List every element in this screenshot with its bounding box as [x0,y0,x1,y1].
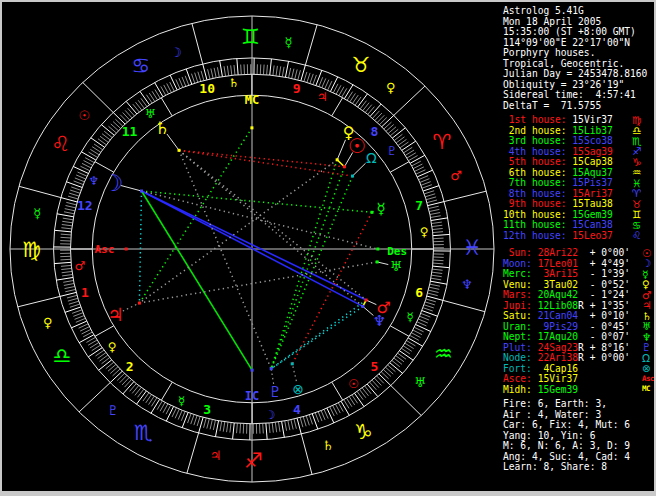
degree-tick [62,221,72,223]
degree-tick [237,423,238,433]
wheel-sign-aquarius-icon: ♒ [434,342,453,366]
degree-tick [68,298,78,301]
degree-tick [428,293,438,296]
degree-tick [136,391,146,404]
sign-boundary [305,25,317,65]
degree-tick [76,175,86,179]
degree-tick [420,316,430,320]
degree-tick [330,77,337,92]
planet-table: Sun: 28Ari22 + 0°00'☉Moon: 17Leo01 + 4°4… [503,248,656,395]
degree-tick [240,423,241,433]
wheel-sign-taurus-icon: ♉ [351,53,370,77]
sign-11-icon: ♌ [632,229,641,241]
degree-tick [423,186,439,191]
wheel-sign-aries-ruler-icon: ♂ [450,168,462,183]
degree-tick [421,313,431,317]
wheel-sign-pisces-icon: ♓ [463,236,482,260]
degree-tick [432,272,442,273]
degree-tick [170,75,177,90]
degree-tick [62,271,72,272]
degree-tick [433,266,450,268]
degree-tick [282,67,284,77]
degree-tick [241,65,242,75]
degree-tick [426,299,436,302]
degree-tick [182,77,186,86]
stats-line: Learn: 8, Share: 8 [503,462,656,473]
degree-tick [55,230,72,232]
degree-tick [304,72,307,82]
degree-tick [67,295,77,298]
degree-tick [214,68,216,78]
degree-tick [344,85,353,99]
degree-tick [324,409,328,418]
degree-tick [75,316,85,320]
degree-tick [269,423,270,433]
degree-tick [74,181,84,185]
degree-tick [341,401,349,415]
degree-tick [60,237,70,238]
house-cusp-line [161,382,172,400]
wheel-sign-gemini-icon: ♊ [241,25,260,49]
degree-tick [318,412,322,421]
wheel-sign-aries-icon: ♈ [433,130,452,154]
degree-tick [203,64,207,80]
degree-tick [224,66,226,76]
degree-tick [64,212,74,214]
degree-tick [176,79,180,88]
degree-tick [424,305,434,308]
wheel-planet-fortune-icon: ⊗ [292,381,304,397]
degree-tick [322,78,326,87]
degree-tick [60,292,76,296]
astrolog-window: ♈♂♉♀♊☿♋☽♌☉♍☿♎♀♏♇♐♃♑♄♒♅♓♆1♂2♀3☿4☽5☉6☿7♀8♇… [0,0,656,496]
degree-tick [430,284,440,286]
degree-tick [417,170,432,177]
dot-uranus [376,260,379,263]
degree-tick [270,59,272,75]
degree-tick [201,71,204,81]
sign-boundary [79,383,110,412]
leader-node [352,163,365,176]
degree-tick [272,423,273,433]
degree-tick [307,73,310,83]
wheel-house-number-5: 5 [370,359,378,374]
degree-tick [282,421,285,437]
degree-tick [215,421,218,437]
degree-tick [303,417,306,427]
wheel-house-number-7: 7 [415,198,423,213]
degree-tick [289,68,291,78]
aspect-line-moon-des [142,191,378,249]
dot-mercury [370,211,373,214]
wheel-house-number-9: 9 [293,81,301,96]
wheel-planet-asc-icon: Asc [94,243,114,256]
wheel-sign-aquarius-ruler-icon: ♅ [414,375,426,390]
degree-tick [207,419,209,429]
degree-tick [423,308,433,311]
house-cusp-line [95,326,114,336]
degree-tick [88,348,102,357]
dot-venus [336,158,339,161]
degree-tick [65,209,75,211]
degree-tick [327,408,334,423]
house-row: 12th house: 15Leo37♌ [503,231,656,242]
degree-tick [194,416,197,426]
wheel-sign-capricorn-icon: ♑ [354,420,373,444]
house-cusp-line [390,326,409,336]
degree-tick [313,75,316,84]
degree-tick [310,74,313,83]
degree-tick [64,283,74,285]
wheel-sign-gemini-ruler-icon: ☿ [284,35,292,50]
degree-tick [233,423,235,439]
wheel-house-8-ruler-icon: ♇ [387,144,398,158]
wheel-planet-moon-icon: ☽ [103,170,124,196]
degree-tick [61,234,71,235]
degree-tick [54,262,71,263]
leader-fortune [292,364,296,381]
degree-tick [433,263,443,264]
planet-13-icon: MC [642,383,650,395]
wheel-house-12-ruler-icon: ♆ [89,174,100,188]
degree-tick [276,66,277,76]
degree-tick [120,376,127,383]
degree-tick [429,206,439,208]
dot-node [351,175,354,178]
wheel-house-4-ruler-icon: ☽ [265,408,276,422]
